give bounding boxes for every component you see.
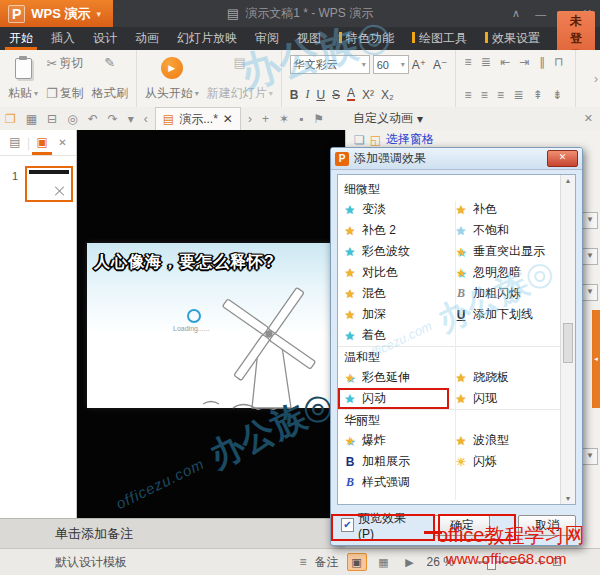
design-template-label[interactable]: 默认设计模板 bbox=[55, 554, 127, 571]
dialog-close-icon[interactable]: ✕ bbox=[547, 150, 578, 167]
menu-tab-特色功能[interactable]: 特色功能 bbox=[330, 27, 403, 50]
subscript-button[interactable]: X₂ bbox=[381, 88, 394, 102]
tab-scroll-left-icon[interactable]: ‹ bbox=[139, 112, 153, 126]
outline-view-tab[interactable]: ▤ bbox=[5, 130, 25, 155]
panel-combo-icon[interactable]: ▼ bbox=[582, 248, 598, 265]
menu-tab-绘图工具[interactable]: 绘图工具 bbox=[403, 27, 476, 50]
effect-item[interactable]: ★补色 bbox=[449, 199, 560, 220]
black-screen-icon[interactable]: ▪ bbox=[294, 112, 308, 126]
grow-font-button[interactable]: A⁺ bbox=[412, 58, 426, 72]
underline-button[interactable]: U bbox=[316, 88, 325, 102]
effect-item[interactable]: ★补色 2 bbox=[338, 220, 449, 241]
save-icon[interactable]: ▦ bbox=[21, 112, 42, 126]
select-pane-button[interactable]: ❏ ◱ 选择窗格 bbox=[346, 130, 600, 148]
normal-view-button[interactable]: ▣ bbox=[347, 553, 367, 571]
minimize-icon[interactable]: — bbox=[535, 8, 546, 20]
notes-toggle-label[interactable]: 备注 bbox=[315, 554, 339, 571]
document-tab[interactable]: ▤ 演示...* ✕ bbox=[155, 107, 241, 131]
clipboard-group: 粘贴▾ ✂剪切 ❐复制 ✎ 格式刷 bbox=[0, 50, 137, 107]
panel-combo-icon[interactable]: ▼ bbox=[582, 448, 598, 465]
slide-sorter-view-button[interactable]: ▦ bbox=[375, 554, 393, 570]
open-icon[interactable]: ❐ bbox=[0, 112, 21, 126]
scroll-up-icon[interactable]: ▲ bbox=[561, 177, 575, 184]
toolbar-dropdown-icon[interactable]: ▾ bbox=[123, 112, 139, 126]
effect-item[interactable]: ★着色 bbox=[338, 325, 449, 346]
close-tab-icon[interactable]: ✕ bbox=[223, 112, 233, 126]
effect-item[interactable]: B加粗展示 bbox=[338, 451, 449, 472]
custom-animation-panel-title[interactable]: 自定义动画 ▾ bbox=[353, 107, 423, 130]
effect-item[interactable]: ★变淡 bbox=[338, 199, 449, 220]
copy-button[interactable]: ❐复制 bbox=[46, 85, 84, 102]
flag-icon[interactable]: ⚑ bbox=[308, 112, 329, 126]
notes-toggle-icon[interactable]: ≡ bbox=[300, 555, 307, 569]
notes-area[interactable]: 单击添加备注 bbox=[0, 518, 345, 548]
effect-item[interactable]: ★垂直突出显示 bbox=[449, 241, 560, 262]
scrollbar-thumb[interactable] bbox=[563, 323, 573, 363]
dialog-titlebar[interactable]: P 添加强调效果 ✕ bbox=[331, 148, 582, 170]
effect-list-scrollbar[interactable]: ▲ ▼ bbox=[560, 175, 575, 504]
effect-item[interactable]: ★爆炸 bbox=[338, 430, 449, 451]
effect-item[interactable]: ★跷跷板 bbox=[449, 367, 560, 388]
ribbon-overflow-icon[interactable]: › bbox=[592, 50, 600, 107]
effect-item[interactable]: ★闪现 bbox=[449, 388, 560, 409]
font-name-combo[interactable]: 华文彩云▾ bbox=[290, 55, 370, 74]
menu-tab-幻灯片放映[interactable]: 幻灯片放映 bbox=[168, 27, 246, 50]
effect-item[interactable]: ★闪动 bbox=[338, 388, 449, 409]
superscript-button[interactable]: X² bbox=[362, 88, 374, 102]
paste-button[interactable]: 粘贴▾ bbox=[8, 55, 38, 102]
font-size-combo[interactable]: 60▾ bbox=[373, 55, 409, 74]
shrink-font-button[interactable]: A⁻ bbox=[433, 58, 447, 72]
slideshow-view-button[interactable]: ▶ bbox=[401, 554, 419, 570]
align-spacing-icons[interactable]: ≡ ≡ ≡ ≣ ⇞ ⇟ bbox=[464, 88, 566, 102]
effect-item[interactable]: B加粗闪烁 bbox=[449, 283, 560, 304]
slide-title-text[interactable]: 人心像海，要怎么释怀? bbox=[94, 252, 337, 273]
effect-item[interactable]: ★不饱和 bbox=[449, 220, 560, 241]
format-painter-button[interactable]: 格式刷 bbox=[92, 85, 128, 102]
print-preview-icon[interactable]: ◎ bbox=[62, 112, 82, 126]
slide-thumbnail[interactable] bbox=[25, 166, 73, 202]
slide-editing-area[interactable]: 人心像海，要怎么释怀? Loading...... bbox=[87, 243, 339, 408]
effect-item[interactable]: B样式强调 bbox=[338, 472, 449, 493]
quick-tool-icon[interactable]: ✶ bbox=[274, 112, 294, 126]
star-gold-icon: ★ bbox=[454, 434, 468, 448]
slides-view-tab[interactable]: ▣ bbox=[32, 130, 52, 155]
list-indent-icons[interactable]: ≡ ≣ ⇤ ⇥ ∥ ⊓ bbox=[464, 55, 566, 69]
strikethrough-button[interactable]: S bbox=[332, 88, 340, 102]
wps-menu-button[interactable]: P WPS 演示 ▾ bbox=[0, 0, 113, 27]
effect-item[interactable]: ★彩色波纹 bbox=[338, 241, 449, 262]
panel-close-icon[interactable]: ✕ bbox=[58, 137, 66, 148]
redo-icon[interactable]: ↷ bbox=[103, 112, 123, 126]
panel-combo-icon[interactable]: ▼ bbox=[582, 284, 598, 301]
menu-tab-设计[interactable]: 设计 bbox=[84, 27, 126, 50]
panel-close-icon[interactable]: ✕ bbox=[584, 107, 593, 130]
print-icon[interactable]: ⊟ bbox=[42, 112, 62, 126]
slide-canvas[interactable]: 人心像海，要怎么释怀? Loading...... officez bbox=[77, 130, 345, 518]
cut-button[interactable]: ✂剪切 bbox=[46, 55, 83, 72]
play-from-start-button[interactable]: ▶ 从头开始▾ bbox=[145, 55, 199, 102]
menu-tab-效果设置[interactable]: 效果设置 bbox=[476, 27, 549, 50]
effect-item[interactable]: ☀闪烁 bbox=[449, 451, 560, 472]
effect-item[interactable]: ★加深 bbox=[338, 304, 449, 325]
panel-combo-icon[interactable]: ▼ bbox=[582, 212, 598, 229]
effect-item[interactable]: ★波浪型 bbox=[449, 430, 560, 451]
new-slide-button[interactable]: ▤ 新建幻灯片▾ bbox=[207, 55, 273, 102]
effect-item[interactable]: U添加下划线 bbox=[449, 304, 560, 325]
menu-tab-视图[interactable]: 视图 bbox=[288, 27, 330, 50]
menu-tab-插入[interactable]: 插入 bbox=[42, 27, 84, 50]
collapse-ribbon-icon[interactable]: ∧ bbox=[512, 7, 520, 20]
effect-item[interactable]: ★彩色延伸 bbox=[338, 367, 449, 388]
effect-item[interactable]: ★混色 bbox=[338, 283, 449, 304]
scroll-down-icon[interactable]: ▼ bbox=[561, 495, 575, 502]
tab-scroll-right-icon[interactable]: › bbox=[243, 112, 257, 126]
undo-icon[interactable]: ↶ bbox=[83, 112, 103, 126]
bold-button[interactable]: B bbox=[290, 88, 299, 102]
font-color-button[interactable]: A bbox=[347, 88, 355, 101]
italic-button[interactable]: I bbox=[305, 87, 309, 102]
effect-item[interactable]: ★对比色 bbox=[338, 262, 449, 283]
panel-collapse-handle[interactable]: ◂ bbox=[592, 310, 600, 408]
menu-tab-动画[interactable]: 动画 bbox=[126, 27, 168, 50]
effect-item[interactable]: ★忽明忽暗 bbox=[449, 262, 560, 283]
new-tab-icon[interactable]: + bbox=[257, 112, 274, 126]
menu-tab-审阅[interactable]: 审阅 bbox=[246, 27, 288, 50]
menu-tab-开始[interactable]: 开始 bbox=[0, 27, 42, 50]
